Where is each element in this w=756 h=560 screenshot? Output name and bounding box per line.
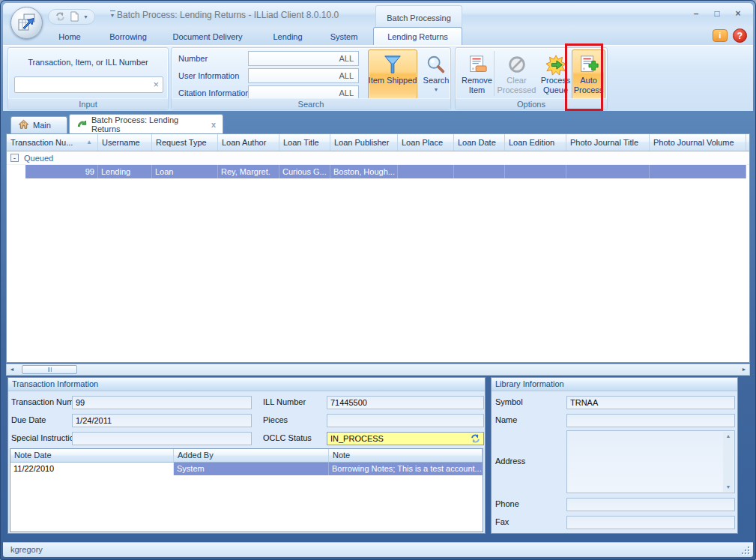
column-header-username[interactable]: Username: [98, 134, 152, 151]
new-document-icon[interactable]: [70, 11, 79, 23]
scroll-up-icon[interactable]: ▲: [723, 432, 734, 441]
column-header-loan-author[interactable]: Loan Author: [218, 134, 279, 151]
symbol-field[interactable]: [566, 396, 735, 409]
scrollbar-thumb[interactable]: [22, 365, 77, 374]
address-scrollbar[interactable]: ▲ ▼: [723, 432, 734, 492]
clear-processed-icon: [506, 50, 527, 76]
tab-lending[interactable]: Lending: [258, 28, 318, 45]
collapse-group-icon[interactable]: -: [10, 154, 19, 162]
fax-field[interactable]: [566, 516, 735, 529]
sort-ascending-icon: ▲: [86, 134, 92, 151]
ill-number-label: ILL Number: [263, 396, 306, 409]
column-header-photo-journal-volume[interactable]: Photo Journal Volume: [650, 134, 746, 151]
transaction-number-input-wrap: ×: [14, 76, 163, 93]
cell-photo-journal-title: [566, 165, 650, 178]
home-icon: [18, 119, 29, 131]
oclc-status-field[interactable]: [327, 432, 484, 445]
column-header-loan-publisher[interactable]: Loan Publisher: [330, 134, 398, 151]
transaction-number-input[interactable]: [16, 79, 148, 91]
column-header-loan-date[interactable]: Loan Date: [454, 134, 505, 151]
minimize-button[interactable]: –: [689, 8, 704, 19]
cell-username: Lending: [98, 165, 152, 178]
search-dropdown-icon[interactable]: ▼: [434, 87, 439, 92]
refresh-icon[interactable]: [55, 11, 66, 23]
scroll-right-icon[interactable]: ►: [739, 364, 749, 375]
horizontal-scrollbar[interactable]: ◄ ►: [6, 364, 750, 376]
group-row-queued[interactable]: - Queued: [7, 151, 749, 165]
new-document-dropdown-icon[interactable]: ▼: [83, 14, 88, 19]
column-header-loan-title[interactable]: Loan Title: [279, 134, 330, 151]
close-button[interactable]: ×: [731, 8, 746, 19]
process-queue-icon: [545, 50, 567, 76]
user-information-field[interactable]: ALL: [248, 68, 359, 83]
column-header-photo-journal-title[interactable]: Photo Journal Title: [566, 134, 650, 151]
input-field-label: Transaction, Item, or ILL Number: [8, 58, 168, 67]
transactions-grid: Transaction Nu... ▲ Username Request Typ…: [6, 133, 750, 363]
panel-title-transaction: Transaction Information: [8, 378, 485, 391]
resize-grip[interactable]: [740, 545, 749, 554]
column-header-transaction-number[interactable]: Transaction Nu... ▲: [7, 134, 98, 151]
window-title: Batch Process: Lending Returns - ILLiad …: [117, 3, 339, 27]
special-instructions-field[interactable]: [72, 432, 252, 445]
symbol-label: Symbol: [495, 396, 523, 409]
help-icon[interactable]: ?: [733, 28, 747, 43]
notes-header: Note Date Added By Note: [10, 449, 483, 463]
close-tab-icon[interactable]: x: [211, 120, 216, 129]
notes-grid: Note Date Added By Note 11/22/2010 Syste…: [10, 448, 483, 532]
cell-note: Borrowing Notes; This is a test account.…: [329, 463, 483, 475]
column-header-request-type[interactable]: Request Type: [152, 134, 218, 151]
scroll-down-icon[interactable]: ▼: [723, 483, 734, 492]
customize-quick-access-icon[interactable]: ▼: [108, 10, 117, 18]
oclc-status-label: OCLC Status: [263, 432, 312, 445]
ill-number-field[interactable]: [327, 396, 484, 409]
application-menu-button[interactable]: [10, 7, 43, 39]
clear-input-icon[interactable]: ×: [153, 79, 159, 91]
cell-loan-edition: [505, 165, 566, 178]
phone-field[interactable]: [566, 498, 735, 511]
library-information-panel: Library Information Symbol Name Address …: [491, 377, 738, 534]
column-header-loan-place[interactable]: Loan Place: [398, 134, 454, 151]
quick-access-toolbar: ▼: [48, 9, 95, 25]
column-header-loan-edition[interactable]: Loan Edition: [505, 134, 566, 151]
process-queue-button[interactable]: ProcessQueue: [539, 49, 572, 100]
cell-request-type: Loan: [152, 165, 218, 178]
document-tab-bar: Main Batch Process: Lending Returns x: [6, 114, 750, 133]
notification-icon[interactable]: i: [713, 29, 728, 42]
search-button[interactable]: Search ▼: [421, 49, 451, 100]
group-caption-search: Search: [172, 98, 450, 109]
tab-batch-process-lending-returns[interactable]: Batch Process: Lending Returns x: [69, 114, 223, 133]
column-header-note-date[interactable]: Note Date: [10, 449, 174, 462]
note-row[interactable]: 11/22/2010 System Borrowing Notes; This …: [10, 463, 483, 475]
remove-item-icon: [466, 50, 489, 76]
ribbon-group-input: Transaction, Item, or ILL Number × Input: [7, 47, 169, 110]
due-date-field[interactable]: [72, 414, 252, 427]
grid-header: Transaction Nu... ▲ Username Request Typ…: [7, 134, 749, 151]
tab-system[interactable]: System: [321, 28, 367, 45]
column-header-added-by[interactable]: Added By: [174, 449, 329, 462]
tab-home[interactable]: Home: [46, 28, 93, 45]
maximize-button[interactable]: □: [710, 8, 725, 19]
column-header-note[interactable]: Note: [329, 449, 483, 462]
item-shipped-button[interactable]: Item Shipped: [368, 49, 417, 100]
address-field[interactable]: ▲ ▼: [566, 430, 735, 493]
cell-photo-journal-volume: [650, 165, 746, 178]
number-field[interactable]: ALL: [248, 51, 359, 66]
name-field[interactable]: [566, 414, 735, 427]
tab-document-delivery[interactable]: Document Delivery: [163, 28, 252, 45]
transaction-number-field[interactable]: [72, 396, 252, 409]
remove-item-button[interactable]: RemoveItem: [459, 49, 495, 100]
clear-processed-button: ClearProcessed: [495, 49, 538, 100]
due-date-label: Due Date: [11, 414, 46, 427]
tab-main[interactable]: Main: [10, 116, 67, 133]
table-row[interactable]: 99 Lending Loan Rey, Margret. Curious G.…: [7, 165, 749, 178]
user-information-label: User Information: [178, 68, 239, 83]
oclc-refresh-icon[interactable]: [470, 433, 482, 444]
tab-borrowing[interactable]: Borrowing: [96, 28, 160, 45]
pieces-field[interactable]: [327, 414, 484, 427]
auto-process-button[interactable]: AutoProcess: [572, 49, 605, 100]
tab-lending-returns[interactable]: Lending Returns: [373, 27, 462, 45]
address-label: Address: [495, 455, 525, 468]
name-label: Name: [495, 414, 517, 427]
scroll-left-icon[interactable]: ◄: [7, 364, 17, 375]
app-window-arrow-icon: [16, 12, 37, 34]
